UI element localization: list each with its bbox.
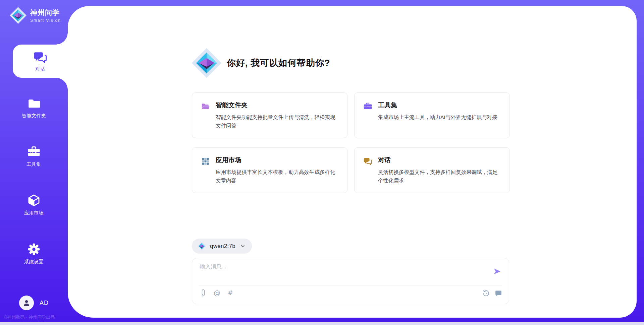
paperclip-icon[interactable] — [200, 289, 207, 297]
message-input[interactable] — [200, 263, 481, 282]
sidebar: 神州问学 Smart Vision 对话 智能文件夹 工具集 应用市场 系统设置… — [0, 0, 68, 325]
card-description: 应用市场提供丰富长文本模板，助力高效生成多样化文章内容 — [216, 168, 338, 185]
window-bottom-edge — [0, 322, 644, 325]
sidebar-item-label: 智能文件夹 — [22, 113, 46, 119]
card-description: 集成市场上主流工具，助力AI与外界无缝扩展与对接 — [378, 113, 500, 121]
cube-icon — [27, 194, 41, 207]
sidebar-item-app-market[interactable]: 应用市场 — [0, 194, 68, 216]
chat-icon — [33, 50, 47, 64]
greeting: 你好, 我可以如何帮助你? — [191, 48, 330, 78]
sidebar-item-chat[interactable]: 对话 — [13, 45, 68, 78]
card-description: 智能文件夹功能支持批量文件上传与清洗，轻松实现文件问答 — [216, 113, 338, 130]
folder-open-icon — [201, 102, 210, 111]
composer-right-tools — [482, 289, 502, 297]
feature-cards: 智能文件夹 智能文件夹功能支持批量文件上传与清洗，轻松实现文件问答 工具集 集成… — [192, 92, 510, 193]
card-chat[interactable]: 对话 灵活切换多模型文件，支持多样回复效果调试，满足个性化需求 — [354, 147, 510, 193]
composer-divider — [199, 285, 502, 286]
person-icon — [22, 299, 31, 307]
sidebar-item-label: 应用市场 — [24, 210, 44, 216]
main-panel: 你好, 我可以如何帮助你? 智能文件夹 智能文件夹功能支持批量文件上传与清洗，轻… — [68, 6, 637, 318]
card-description: 灵活切换多模型文件，支持多样回复效果调试，满足个性化需求 — [378, 168, 500, 185]
sidebar-item-toolset[interactable]: 工具集 — [0, 145, 68, 168]
sidebar-item-settings[interactable]: 系统设置 — [0, 243, 68, 265]
composer-tools: @ # — [200, 289, 233, 297]
card-toolset[interactable]: 工具集 集成市场上主流工具，助力AI与外界无缝扩展与对接 — [354, 92, 510, 138]
toolbox-icon — [27, 145, 41, 158]
user-name: AD — [40, 300, 49, 307]
sidebar-item-label: 对话 — [36, 66, 45, 72]
card-title: 智能文件夹 — [216, 101, 338, 110]
sidebar-item-label: 系统设置 — [24, 259, 44, 265]
card-title: 对话 — [378, 156, 500, 165]
card-app-market[interactable]: 应用市场 应用市场提供丰富长文本模板，助力高效生成多样化文章内容 — [192, 147, 347, 193]
card-title: 工具集 — [378, 101, 500, 110]
card-smart-folder[interactable]: 智能文件夹 智能文件夹功能支持批量文件上传与清洗，轻松实现文件问答 — [192, 92, 347, 138]
sidebar-item-smart-folder[interactable]: 智能文件夹 — [0, 96, 68, 119]
chat-icon — [363, 157, 372, 166]
model-selector[interactable]: qwen2:7b — [192, 239, 252, 254]
brand-subtitle: Smart Vision — [30, 18, 61, 23]
gear-icon — [27, 243, 41, 256]
chevron-down-icon — [240, 244, 245, 249]
greeting-title: 你好, 我可以如何帮助你? — [227, 57, 330, 69]
assistant-logo-icon — [191, 48, 222, 78]
brand-name: 神州问学 — [30, 8, 61, 17]
folder-icon — [27, 96, 41, 110]
avatar — [19, 296, 34, 310]
card-title: 应用市场 — [216, 156, 338, 165]
model-logo-icon — [197, 242, 206, 251]
brand-logo-icon — [9, 7, 27, 24]
hashtag-icon[interactable]: # — [227, 289, 233, 297]
send-icon[interactable] — [493, 267, 501, 276]
toolbox-icon — [363, 102, 372, 111]
sidebar-item-label: 工具集 — [26, 161, 41, 168]
brand: 神州问学 Smart Vision — [9, 7, 61, 24]
copyright: ©神州数码 · 神州问学出品 — [4, 314, 55, 320]
model-name: qwen2:7b — [210, 243, 235, 250]
mention-icon[interactable]: @ — [214, 289, 220, 297]
user-account[interactable]: AD — [0, 296, 68, 310]
chat-bubble-icon[interactable] — [495, 289, 502, 297]
grid-icon — [201, 157, 210, 166]
message-composer: @ # — [192, 258, 509, 304]
history-icon[interactable] — [482, 289, 490, 297]
